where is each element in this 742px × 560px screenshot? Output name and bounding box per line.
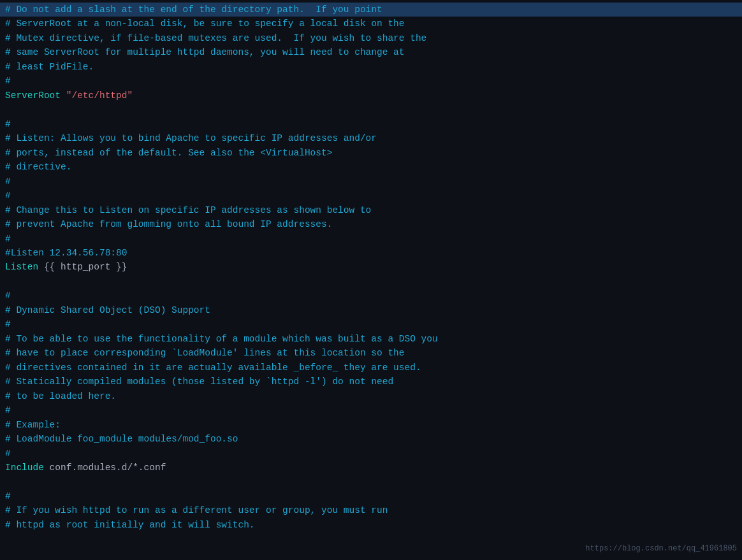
code-line: # Change this to Listen on specific IP a… <box>0 203 742 217</box>
code-line: # Mutex directive, if file-based mutexes… <box>0 31 742 45</box>
code-line: # directives contained in it are actuall… <box>0 361 742 375</box>
code-part-plain: {{ http_port }} <box>38 262 127 272</box>
code-line: # <box>0 447 742 461</box>
code-editor: # Do not add a slash at the end of the d… <box>0 0 742 560</box>
code-part-plain: conf.modules.d/*.conf <box>44 463 166 473</box>
code-part-keyword: Include <box>5 463 44 473</box>
code-line: # ports, instead of the default. See als… <box>0 146 742 160</box>
code-line: # <box>0 117 742 131</box>
code-lines: # Do not add a slash at the end of the d… <box>0 3 742 532</box>
code-line: # <box>0 74 742 88</box>
code-line: # least PidFile. <box>0 60 742 74</box>
code-line: Include conf.modules.d/*.conf <box>0 461 742 475</box>
code-line: Listen {{ http_port }} <box>0 260 742 274</box>
code-part-string: "/etc/httpd" <box>66 90 133 101</box>
code-line <box>0 475 742 489</box>
code-line: # ServerRoot at a non-local disk, be sur… <box>0 17 742 31</box>
code-line: # <box>0 403 742 417</box>
code-part-keyword: Listen <box>5 262 38 272</box>
code-line: # directive. <box>0 160 742 174</box>
code-line: # To be able to use the functionality of… <box>0 332 742 346</box>
code-line: # <box>0 189 742 203</box>
code-line: ServerRoot "/etc/httpd" <box>0 89 742 103</box>
code-line: # Statically compiled modules (those lis… <box>0 375 742 389</box>
code-line: # <box>0 175 742 189</box>
code-line: #Listen 12.34.56.78:80 <box>0 246 742 260</box>
code-line: # <box>0 317 742 331</box>
code-line: # <box>0 289 742 303</box>
code-line: # LoadModule foo_module modules/mod_foo.… <box>0 432 742 446</box>
watermark: https://blog.csdn.net/qq_41961805 <box>585 543 737 555</box>
code-line: # have to place corresponding `LoadModul… <box>0 346 742 360</box>
code-line: # prevent Apache from glomming onto all … <box>0 217 742 231</box>
code-line: # httpd as root initially and it will sw… <box>0 518 742 532</box>
code-part-plain <box>61 90 66 101</box>
code-line: # If you wish httpd to run as a differen… <box>0 503 742 517</box>
code-line: # Dynamic Shared Object (DSO) Support <box>0 303 742 317</box>
code-part-keyword: ServerRoot <box>5 90 61 101</box>
code-line: # same ServerRoot for multiple httpd dae… <box>0 45 742 59</box>
code-line <box>0 103 742 117</box>
code-line <box>0 275 742 289</box>
code-line: # Listen: Allows you to bind Apache to s… <box>0 131 742 145</box>
code-line: # to be loaded here. <box>0 389 742 403</box>
code-line: # <box>0 489 742 503</box>
code-line: # <box>0 232 742 246</box>
code-line: # Do not add a slash at the end of the d… <box>0 3 742 17</box>
code-line: # Example: <box>0 418 742 432</box>
